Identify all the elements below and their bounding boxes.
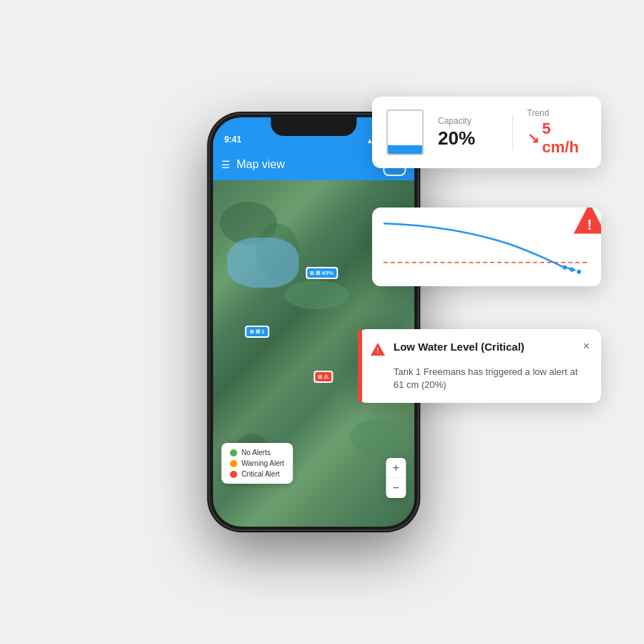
capacity-card: Capacity 20% Trend ↘ 5 cm/h: [372, 97, 601, 168]
marker-label: 1: [262, 328, 265, 335]
legend-item-no-alerts: No Alerts: [230, 449, 284, 457]
card-divider: [512, 114, 513, 150]
notch: [270, 117, 356, 136]
critical-dot: [230, 471, 237, 478]
zoom-out-button[interactable]: −: [386, 478, 406, 498]
alert-left-bar: [358, 329, 362, 403]
map-marker-1[interactable]: ⊞ 1: [245, 326, 269, 338]
svg-text:!: !: [587, 217, 592, 233]
svg-text:!: !: [376, 347, 379, 355]
alert-icon: !: [369, 341, 386, 361]
chart-card: !: [372, 208, 601, 286]
critical-label: Critical Alert: [241, 470, 279, 478]
tank-fill: [388, 145, 422, 154]
map-marker-alert[interactable]: ⚠: [313, 371, 333, 383]
trend-arrow-icon: ↘: [527, 130, 540, 147]
app-title: Map view: [236, 158, 383, 171]
no-alerts-dot: [230, 449, 237, 457]
tank-visual: [386, 109, 424, 155]
chart-area: [384, 216, 590, 280]
chart-dot: [577, 270, 581, 274]
marker-icon: ⊞: [316, 270, 321, 276]
zoom-in-button[interactable]: +: [386, 458, 406, 478]
marker-label: 65%: [322, 270, 333, 276]
trend-number: 5 cm/h: [542, 119, 587, 157]
alert-header: ! Low Water Level (Critical) ×: [369, 341, 590, 361]
warning-triangle-wrapper: !: [570, 208, 601, 239]
warning-dot: [230, 460, 237, 467]
capacity-info: Capacity 20%: [438, 116, 498, 150]
trend-line: [384, 223, 575, 270]
legend-item-critical: Critical Alert: [230, 470, 284, 478]
menu-icon[interactable]: ☰: [221, 159, 230, 170]
alert-card: ! Low Water Level (Critical) × Tank 1 Fr…: [358, 329, 601, 403]
chart-svg: [384, 216, 590, 280]
alert-close-button[interactable]: ×: [583, 341, 590, 352]
zoom-controls: + −: [386, 458, 406, 498]
capacity-label: Capacity: [438, 116, 498, 126]
warning-triangle-icon: !: [571, 208, 601, 238]
marker-icon: ⊞: [255, 328, 260, 335]
trend-value: ↘ 5 cm/h: [527, 119, 587, 157]
warning-label: Warning Alert: [241, 459, 284, 467]
scene: 9:41 ▲▲▲ ⊙ ▮ ☰ Map view ↻: [0, 0, 644, 644]
phone-shell: 9:41 ▲▲▲ ⊙ ▮ ☰ Map view ↻: [210, 114, 417, 530]
phone-screen: 9:41 ▲▲▲ ⊙ ▮ ☰ Map view ↻: [213, 117, 414, 527]
map-blob: [284, 280, 348, 309]
marker-icon: ⚠: [323, 374, 328, 380]
map-marker-65[interactable]: ⊞ 65%: [306, 267, 338, 279]
alert-title: Low Water Level (Critical): [394, 341, 576, 353]
chart-dot: [562, 265, 567, 270]
no-alerts-label: No Alerts: [241, 449, 270, 457]
chart-dot: [570, 268, 574, 272]
trend-label: Trend: [527, 108, 587, 118]
legend-item-warning: Warning Alert: [230, 459, 284, 467]
alert-body: Tank 1 Freemans has triggered a low aler…: [369, 366, 590, 391]
trend-info: Trend ↘ 5 cm/h: [527, 108, 587, 157]
legend-box: No Alerts Warning Alert Critical Alert: [221, 443, 293, 484]
capacity-value: 20%: [438, 127, 498, 150]
map-blob: [350, 419, 400, 455]
status-time: 9:41: [224, 135, 366, 145]
water-blob: [227, 238, 298, 288]
